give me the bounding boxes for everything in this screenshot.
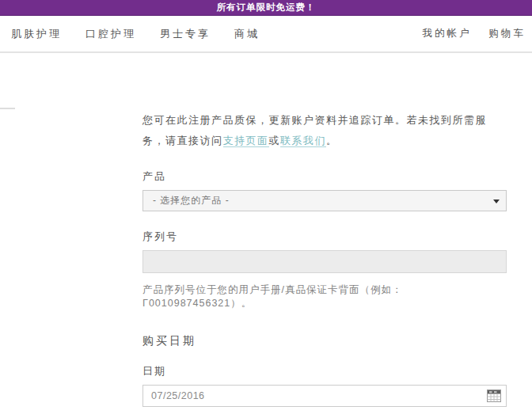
intro-conjunction: 或 — [269, 135, 281, 146]
date-field-wrap — [142, 385, 507, 407]
nav-item-cart[interactable]: 购物车 — [489, 27, 526, 40]
date-input[interactable] — [142, 385, 507, 407]
sidebar-divider-fragment — [0, 108, 15, 109]
serial-input[interactable] — [142, 250, 507, 273]
promo-banner-text: 所有订单限时免运费！ — [217, 2, 316, 13]
promo-banner: 所有订单限时免运费！ — [0, 0, 532, 16]
nav-item-skin-care[interactable]: 肌肤护理 — [11, 27, 62, 41]
nav-item-mens[interactable]: 男士专享 — [160, 27, 211, 41]
main-nav: 肌肤护理 口腔护理 男士专享 商城 我的帐户 购物车 — [0, 16, 532, 53]
nav-item-my-account[interactable]: 我的帐户 — [423, 27, 472, 40]
serial-help-text: 产品序列号位于您的用户手册/真品保证卡背面（例如：Γ0010987456321）… — [142, 283, 507, 310]
calendar-icon[interactable] — [487, 390, 501, 402]
product-select[interactable]: - 选择您的产品 - — [142, 190, 507, 211]
purchase-date-heading: 购买日期 — [142, 334, 507, 348]
main-content: 您可在此注册产品质保，更新账户资料并追踪订单。若未找到所需服务，请直接访问支持页… — [0, 53, 532, 418]
intro-text-end: 。 — [326, 135, 338, 146]
nav-right-group: 我的帐户 购物车 — [405, 27, 526, 40]
nav-left-group: 肌肤护理 口腔护理 男士专享 商城 — [11, 27, 283, 41]
date-label: 日期 — [142, 364, 507, 378]
nav-item-mall[interactable]: 商城 — [234, 27, 260, 41]
serial-label: 序列号 — [142, 230, 507, 244]
intro-paragraph: 您可在此注册产品质保，更新账户资料并追踪订单。若未找到所需服务，请直接访问支持页… — [142, 110, 507, 151]
contact-us-link[interactable]: 联系我们 — [280, 135, 326, 147]
support-page-link[interactable]: 支持页面 — [223, 135, 269, 147]
product-label: 产品 — [142, 169, 507, 184]
nav-item-oral-care[interactable]: 口腔护理 — [86, 27, 136, 41]
dropdown-arrow-icon — [493, 200, 500, 203]
product-select-value: - 选择您的产品 - — [153, 194, 230, 207]
